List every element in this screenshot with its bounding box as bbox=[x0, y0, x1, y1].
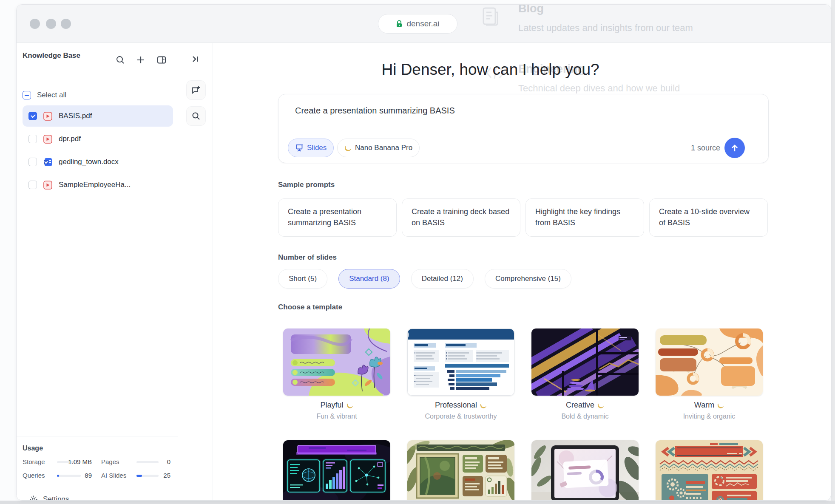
file-row[interactable]: BASIS.pdf bbox=[23, 105, 173, 127]
select-all-label: Select all bbox=[37, 91, 66, 99]
template-card-neon[interactable] bbox=[283, 440, 390, 501]
ai-slides-value: 25 bbox=[153, 472, 170, 479]
file-name: BASIS.pdf bbox=[59, 112, 92, 120]
gear-icon bbox=[29, 495, 38, 501]
slide-count-comprehensive[interactable]: Comprehensive (15) bbox=[485, 269, 571, 289]
slide-count-standard[interactable]: Standard (8) bbox=[338, 269, 400, 289]
pdf-file-icon bbox=[43, 112, 52, 121]
select-all-row[interactable]: Select all bbox=[23, 88, 172, 102]
template-desc: Corporate & trustworthy bbox=[407, 413, 514, 420]
usage-title: Usage bbox=[23, 445, 43, 452]
banana-icon bbox=[480, 402, 487, 409]
sidebar-title: Knowledge Base bbox=[23, 51, 80, 60]
storage-value: 1.09 MB bbox=[62, 458, 92, 465]
source-count: 1 source bbox=[691, 144, 720, 153]
sample-prompts-row: Create a presentation summarizing BASIS … bbox=[278, 198, 768, 237]
file-row[interactable]: dpr.pdf bbox=[23, 128, 173, 150]
template-name: Professional bbox=[435, 401, 477, 410]
sample-prompt-card[interactable]: Create a training deck based on BASIS bbox=[402, 198, 520, 237]
blog-doc-icon bbox=[481, 6, 500, 28]
ghost-blog-title: Blog bbox=[518, 4, 693, 15]
prompt-input[interactable]: Create a presentation summarizing BASIS bbox=[295, 105, 755, 116]
slides-chip-label: Slides bbox=[307, 144, 327, 152]
browser-chrome: denser.ai Blog Latest updates and insigh… bbox=[17, 5, 831, 43]
file-name: gedling_town.docx bbox=[59, 158, 119, 166]
lock-icon bbox=[396, 20, 403, 28]
template-card-retro[interactable] bbox=[656, 440, 763, 501]
collapse-panel-icon[interactable] bbox=[189, 53, 201, 65]
sample-prompt-card[interactable]: Create a presentation summarizing BASIS bbox=[278, 198, 397, 237]
template-grid-row2 bbox=[283, 440, 763, 501]
template-thumb-neon bbox=[283, 440, 390, 501]
file-row[interactable]: gedling_town.docx bbox=[23, 151, 173, 173]
sample-prompt-card[interactable]: Create a 10-slide overview of BASIS bbox=[649, 198, 768, 237]
address-bar[interactable]: denser.ai bbox=[378, 14, 457, 34]
window-zoom-button[interactable] bbox=[61, 19, 71, 29]
divider bbox=[17, 436, 178, 436]
divider bbox=[178, 75, 213, 75]
file-checkbox[interactable] bbox=[28, 158, 37, 166]
window-close-button[interactable] bbox=[30, 19, 40, 29]
slide-count-options: Short (5) Standard (8) Detailed (12) Com… bbox=[278, 269, 571, 289]
docx-file-icon bbox=[43, 158, 52, 167]
file-list: BASIS.pdf dpr.pdf gedling_town.docx bbox=[23, 105, 173, 197]
new-chat-button[interactable] bbox=[186, 80, 206, 100]
model-selector-chip[interactable]: Nano Banana Pro bbox=[337, 139, 420, 157]
file-row[interactable]: SampleEmployeeHa... bbox=[23, 174, 173, 195]
window-minimize-button[interactable] bbox=[46, 19, 56, 29]
knowledge-base-sidebar: Knowledge Base Select all bbox=[17, 43, 178, 500]
slides-mode-chip[interactable]: Slides bbox=[288, 139, 334, 157]
banana-icon bbox=[344, 144, 352, 152]
sample-prompts-title: Sample prompts bbox=[278, 181, 335, 189]
model-chip-label: Nano Banana Pro bbox=[355, 144, 412, 152]
sample-prompt-card[interactable]: Highlight the key findings from BASIS bbox=[525, 198, 644, 237]
search-icon bbox=[191, 111, 201, 121]
template-card-professional[interactable]: Professional Corporate & trustworthy bbox=[407, 328, 514, 420]
template-thumb-jungle bbox=[407, 440, 514, 501]
template-desc: Fun & vibrant bbox=[283, 413, 390, 420]
add-icon[interactable] bbox=[136, 55, 146, 65]
queries-value: 89 bbox=[75, 472, 92, 479]
send-button[interactable] bbox=[724, 138, 745, 158]
pages-value: 0 bbox=[153, 458, 170, 465]
search-chats-button[interactable] bbox=[186, 106, 206, 126]
page-title: Hi Denser, how can I help you? bbox=[213, 61, 768, 79]
pdf-file-icon bbox=[43, 181, 52, 190]
file-checkbox[interactable] bbox=[28, 135, 37, 143]
slide-count-short[interactable]: Short (5) bbox=[278, 269, 327, 289]
template-thumb-retro bbox=[656, 440, 763, 501]
file-checkbox[interactable] bbox=[28, 181, 37, 189]
template-thumb-professional bbox=[407, 328, 514, 396]
pdf-file-icon bbox=[43, 135, 52, 144]
panel-toggle-icon[interactable] bbox=[156, 55, 167, 65]
ai-slides-label: AI Slides bbox=[101, 472, 126, 479]
screen-edge bbox=[0, 501, 835, 504]
settings-button[interactable]: Settings bbox=[29, 495, 69, 501]
tool-strip bbox=[178, 43, 213, 500]
template-thumb-tablet bbox=[531, 440, 639, 501]
template-card-creative[interactable]: Creative Bold & dynamic bbox=[531, 328, 639, 420]
template-card-jungle[interactable] bbox=[407, 440, 514, 501]
queries-label: Queries bbox=[23, 472, 45, 479]
template-card-playful[interactable]: Playful Fun & vibrant bbox=[283, 328, 390, 420]
presentation-icon bbox=[295, 144, 304, 152]
template-desc: Bold & dynamic bbox=[531, 413, 639, 420]
template-thumb-warm bbox=[656, 328, 763, 396]
divider bbox=[17, 75, 178, 75]
template-card-warm[interactable]: Warm Inviting & organic bbox=[656, 328, 763, 420]
file-checkbox[interactable] bbox=[28, 112, 37, 120]
prompt-composer[interactable]: Create a presentation summarizing BASIS … bbox=[278, 94, 769, 163]
template-grid-row1: Playful Fun & vibrant bbox=[283, 328, 763, 420]
search-icon[interactable] bbox=[115, 55, 125, 65]
storage-label: Storage bbox=[23, 458, 45, 465]
template-thumb-playful bbox=[283, 328, 390, 396]
main-panel: Engineering Technical deep dives and how… bbox=[213, 43, 831, 500]
ghost-engineering-subtitle: Technical deep dives and how we build bbox=[518, 83, 680, 94]
template-name: Warm bbox=[694, 401, 714, 410]
screen-edge bbox=[831, 0, 835, 504]
template-card-tablet[interactable] bbox=[531, 440, 639, 501]
settings-label: Settings bbox=[43, 495, 69, 501]
select-all-checkbox[interactable] bbox=[23, 91, 31, 99]
slide-count-detailed[interactable]: Detailed (12) bbox=[411, 269, 474, 289]
browser-window: denser.ai Blog Latest updates and insigh… bbox=[16, 4, 831, 501]
